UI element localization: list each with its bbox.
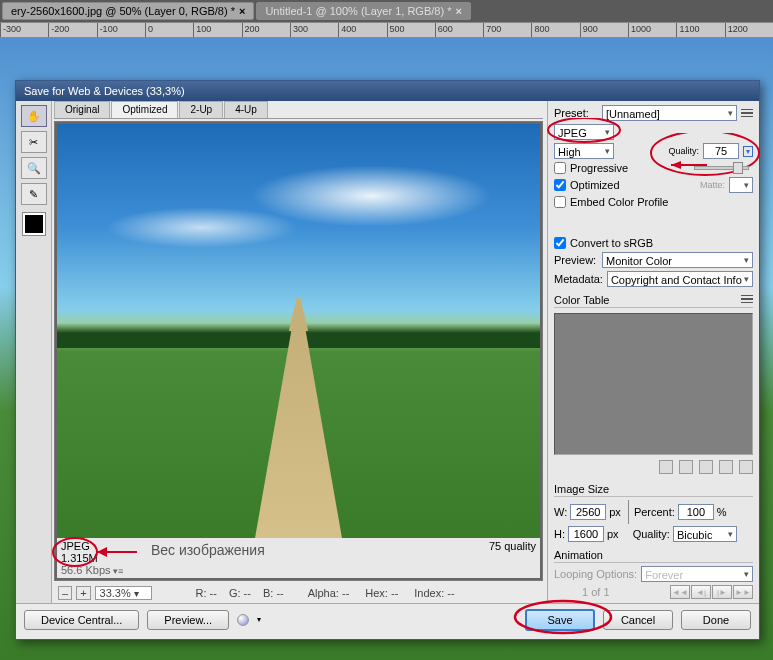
ruler-tick: 100 — [193, 23, 241, 37]
quality-mode-select[interactable]: High — [554, 143, 614, 159]
ruler-tick: 0 — [145, 23, 193, 37]
trash-icon[interactable] — [739, 460, 753, 474]
ct-icon[interactable] — [699, 460, 713, 474]
h-label: H: — [554, 528, 565, 540]
format-label: JPEG — [61, 540, 123, 552]
eyedropper-tool-icon[interactable]: ✎ — [21, 183, 47, 205]
speed-label: 56.6 Kbps ▾≡ — [61, 564, 123, 576]
dialog-footer: Device Central... Preview... ▾ Save Canc… — [16, 603, 759, 635]
width-input[interactable]: 2560 — [570, 504, 606, 520]
ct-icon[interactable] — [679, 460, 693, 474]
filesize-label: 1.315M — [61, 552, 123, 564]
dialog-title: Save for Web & Devices (33,3%) — [24, 85, 185, 97]
ct-icon[interactable] — [719, 460, 733, 474]
ct-icon[interactable] — [659, 460, 673, 474]
preview-info-bar: JPEG 1.315M 56.6 Kbps ▾≡ 75 quality Вес … — [57, 538, 540, 578]
save-for-web-dialog: Save for Web & Devices (33,3%) ✋ ✂ 🔍 ✎ O… — [15, 80, 760, 640]
zoom-bar: – + 33.3% ▾ R: -- G: -- B: -- Alpha: -- … — [54, 583, 543, 603]
first-frame-icon: ◄◄ — [670, 585, 690, 599]
quality-label: Quality: — [668, 146, 699, 156]
format-select[interactable]: JPEG — [554, 124, 614, 140]
ruler-tick: 600 — [435, 23, 483, 37]
ruler-tick: -300 — [0, 23, 48, 37]
frame-label: 1 of 1 — [582, 586, 610, 598]
color-swatch[interactable] — [23, 213, 45, 235]
doc-tab-2[interactable]: Untitled-1 @ 100% (Layer 1, RGB/8) * × — [256, 2, 470, 20]
zoom-select[interactable]: 33.3% ▾ — [95, 586, 152, 600]
preview-label: Preview: — [554, 254, 598, 266]
ruler-tick: -200 — [48, 23, 96, 37]
preview-pane: Original Optimized 2-Up 4-Up JPEG 1.315M — [52, 101, 547, 603]
menu-icon[interactable] — [741, 108, 753, 118]
alpha-value: Alpha: -- — [308, 587, 350, 599]
image-size-section: W: 2560 px Percent: 100 % H: 1600 px Qua… — [554, 500, 753, 542]
zoom-tool-icon[interactable]: 🔍 — [21, 157, 47, 179]
progressive-checkbox[interactable]: Progressive — [554, 162, 628, 174]
save-button[interactable]: Save — [525, 609, 595, 631]
ruler-tick: 900 — [580, 23, 628, 37]
slice-tool-icon[interactable]: ✂ — [21, 131, 47, 153]
w-label: W: — [554, 506, 567, 518]
link-icon[interactable] — [626, 500, 629, 524]
convert-srgb-checkbox[interactable]: Convert to sRGB — [554, 237, 753, 249]
percent-input[interactable]: 100 — [678, 504, 714, 520]
done-button[interactable]: Done — [681, 610, 751, 630]
ruler-tick: -100 — [97, 23, 145, 37]
dropdown-arrow-icon[interactable]: ▾ — [743, 146, 753, 157]
px-label: px — [609, 506, 621, 518]
height-input[interactable]: 1600 — [568, 526, 604, 542]
hand-tool-icon[interactable]: ✋ — [21, 105, 47, 127]
hex-value: Hex: -- — [365, 587, 398, 599]
tab-4up[interactable]: 4-Up — [224, 101, 268, 118]
tool-strip: ✋ ✂ 🔍 ✎ — [16, 101, 52, 603]
tab-2up[interactable]: 2-Up — [179, 101, 223, 118]
color-table-header: Color Table — [554, 294, 753, 308]
ruler-tick: 400 — [338, 23, 386, 37]
preview-tabs: Original Optimized 2-Up 4-Up — [54, 101, 543, 119]
animation-nav: ◄◄ ◄| |► ►► — [670, 585, 753, 599]
browser-preview-icon[interactable] — [237, 614, 249, 626]
resample-select[interactable]: Bicubic — [673, 526, 737, 542]
doc-tab-label: ery-2560x1600.jpg @ 50% (Layer 0, RGB/8)… — [11, 5, 235, 17]
metadata-label: Metadata: — [554, 273, 603, 285]
tab-original[interactable]: Original — [54, 101, 110, 118]
ruler-tick: 700 — [483, 23, 531, 37]
color-table-footer — [554, 458, 753, 476]
preview-select[interactable]: Monitor Color — [602, 252, 753, 268]
preset-select[interactable]: [Unnamed] — [602, 105, 737, 121]
last-frame-icon: ►► — [733, 585, 753, 599]
quality-slider[interactable] — [694, 166, 749, 170]
quality-input[interactable]: 75 — [703, 143, 739, 159]
zoom-in-icon[interactable]: + — [76, 586, 90, 600]
index-value: Index: -- — [414, 587, 454, 599]
close-icon[interactable]: × — [239, 5, 245, 17]
matte-label: Matte: — [700, 180, 725, 190]
ruler-tick: 200 — [242, 23, 290, 37]
animation-header: Animation — [554, 549, 753, 563]
preview-frame: JPEG 1.315M 56.6 Kbps ▾≡ 75 quality Вес … — [54, 121, 543, 581]
cloud-decoration — [105, 207, 298, 248]
next-frame-icon: |► — [712, 585, 732, 599]
cancel-button[interactable]: Cancel — [603, 610, 673, 630]
device-central-button[interactable]: Device Central... — [24, 610, 139, 630]
ruler-tick: 800 — [531, 23, 579, 37]
close-icon[interactable]: × — [455, 5, 461, 17]
preview-image[interactable] — [57, 124, 540, 538]
metadata-select[interactable]: Copyright and Contact Info — [607, 271, 753, 287]
optimized-checkbox[interactable]: Optimized — [554, 179, 620, 191]
b-value: B: -- — [263, 587, 284, 599]
menu-icon[interactable] — [741, 294, 753, 304]
titlebar[interactable]: Save for Web & Devices (33,3%) — [16, 81, 759, 101]
pct-sign: % — [717, 506, 727, 518]
doc-tab-label: Untitled-1 @ 100% (Layer 1, RGB/8) * — [265, 5, 451, 17]
ruler-tick: 1100 — [676, 23, 724, 37]
matte-select[interactable] — [729, 177, 753, 193]
tab-optimized[interactable]: Optimized — [111, 101, 178, 118]
zoom-out-icon[interactable]: – — [58, 586, 72, 600]
ruler-tick: 1000 — [628, 23, 676, 37]
preview-button[interactable]: Preview... — [147, 610, 229, 630]
doc-tab-1[interactable]: ery-2560x1600.jpg @ 50% (Layer 0, RGB/8)… — [2, 2, 254, 20]
embed-checkbox[interactable]: Embed Color Profile — [554, 196, 668, 208]
annotation-text: Вес изображения — [151, 542, 265, 558]
color-table — [554, 313, 753, 455]
